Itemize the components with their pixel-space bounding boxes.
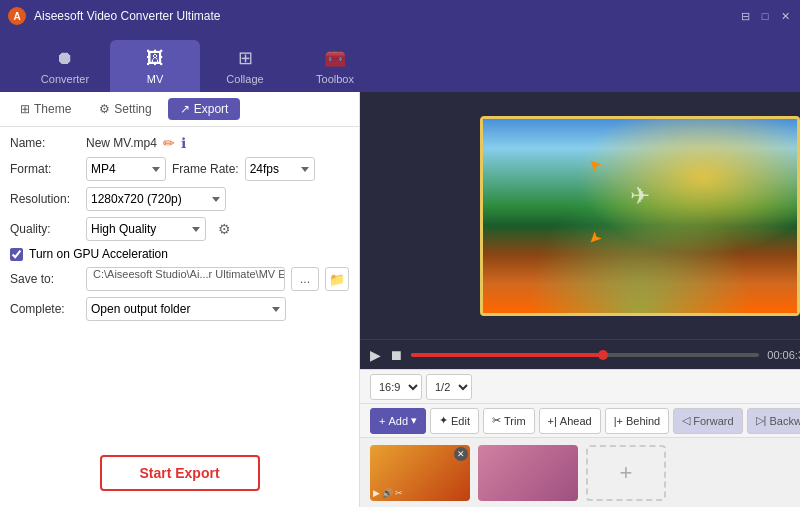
filmstrip-add-button[interactable]: + [586, 445, 666, 501]
name-row: Name: New MV.mp4 ✏ ℹ [10, 135, 349, 151]
backward-button[interactable]: ▷| Backward [747, 408, 800, 434]
folder-button[interactable]: 📁 [325, 267, 349, 291]
progress-fill [411, 353, 603, 357]
gpu-label: Turn on GPU Acceleration [29, 247, 168, 261]
ahead-button[interactable]: +| Ahead [539, 408, 601, 434]
edit-icon[interactable]: ✏ [163, 135, 175, 151]
trim-button[interactable]: ✂ Trim [483, 408, 535, 434]
subtab-setting-label: Setting [114, 102, 151, 116]
maximize-button[interactable]: □ [758, 9, 772, 23]
gpu-checkbox[interactable] [10, 248, 23, 261]
quality-select[interactable]: High Quality [86, 217, 206, 241]
audio-icon: 🔊 [382, 488, 393, 498]
backward-icon: ▷| [756, 414, 767, 427]
filmstrip-thumb-1[interactable]: ✕ ▶ 🔊 ✂ [370, 445, 470, 501]
right-panel: ➤ ➤ ➤ ➤ ▶ ⏹ 00:06:33.02/00:07:25.04 🔊 16… [360, 92, 800, 507]
edit-icon: ✦ [439, 414, 448, 427]
res-select[interactable]: 1/2 [426, 374, 472, 400]
save-row: Save to: C:\Aiseesoft Studio\Ai...r Ulti… [10, 267, 349, 291]
nav-tab-collage[interactable]: ⊞ Collage [200, 40, 290, 92]
resolution-select[interactable]: 1280x720 (720p) [86, 187, 226, 211]
ahead-icon: +| [548, 415, 557, 427]
converter-icon: ⏺ [56, 48, 74, 69]
preview-area: ➤ ➤ ➤ ➤ [360, 92, 800, 339]
window-controls: ⊟ □ ✕ [738, 9, 792, 23]
add-icon: + [379, 415, 385, 427]
play-button[interactable]: ▶ [370, 347, 381, 363]
collage-icon: ⊞ [238, 47, 253, 69]
progress-bar[interactable] [411, 353, 759, 357]
subtab-setting[interactable]: ⚙ Setting [87, 98, 163, 120]
format-label: Format: [10, 162, 80, 176]
trim-icon: ✂ [492, 414, 501, 427]
minimize-button[interactable]: ⊟ [738, 9, 752, 23]
behind-icon: |+ [614, 415, 623, 427]
theme-grid-icon: ⊞ [20, 102, 30, 116]
nav-bar: ⏺ Converter 🖼 MV ⊞ Collage 🧰 Toolbox [0, 32, 800, 92]
save-label: Save to: [10, 272, 80, 286]
stop-button[interactable]: ⏹ [389, 347, 403, 363]
format-row: Format: MP4 Frame Rate: 24fps [10, 157, 349, 181]
toolbox-icon: 🧰 [324, 47, 346, 69]
left-panel: ⊞ Theme ⚙ Setting ↗ Export Name: New MV.… [0, 92, 360, 507]
time-display: 00:06:33.02/00:07:25.04 [767, 349, 800, 361]
cut-icon: ✂ [395, 488, 403, 498]
more-button[interactable]: ... [291, 267, 319, 291]
quality-label: Quality: [10, 222, 80, 236]
start-export-section: Start Export [0, 439, 359, 507]
forward-button[interactable]: ◁ Forward [673, 408, 742, 434]
complete-row: Complete: Open output folder [10, 297, 349, 321]
filmstrip-icons-1: ▶ 🔊 ✂ [373, 488, 403, 498]
format-select[interactable]: MP4 [86, 157, 166, 181]
name-value: New MV.mp4 [86, 136, 157, 150]
filmstrip: ✕ ▶ 🔊 ✂ + 1 / 2 [360, 437, 800, 507]
sub-tabs: ⊞ Theme ⚙ Setting ↗ Export [0, 92, 359, 127]
nav-tab-converter-label: Converter [41, 73, 89, 85]
complete-label: Complete: [10, 302, 80, 316]
titlebar: A Aiseesoft Video Converter Ultimate ⊟ □… [0, 0, 800, 32]
start-export-main-button[interactable]: Start Export [100, 455, 260, 491]
close-button[interactable]: ✕ [778, 9, 792, 23]
name-label: Name: [10, 136, 80, 150]
gpu-row: Turn on GPU Acceleration [10, 247, 349, 261]
app-title: Aiseesoft Video Converter Ultimate [34, 9, 738, 23]
progress-dot [598, 350, 608, 360]
ratio-select[interactable]: 16:9 [370, 374, 422, 400]
subtab-theme-label: Theme [34, 102, 71, 116]
edit-button[interactable]: ✦ Edit [430, 408, 479, 434]
player-controls: ▶ ⏹ 00:06:33.02/00:07:25.04 🔊 [360, 339, 800, 369]
framerate-label: Frame Rate: [172, 162, 239, 176]
nav-tab-collage-label: Collage [226, 73, 263, 85]
preview-image [480, 116, 800, 316]
resolution-label: Resolution: [10, 192, 80, 206]
framerate-select[interactable]: 24fps [245, 157, 315, 181]
add-button[interactable]: + Add ▾ [370, 408, 426, 434]
form-area: Name: New MV.mp4 ✏ ℹ Format: MP4 Frame R… [0, 127, 359, 439]
forward-icon: ◁ [682, 414, 690, 427]
clip-toolbar: + Add ▾ ✦ Edit ✂ Trim +| Ahead |+ Behind… [360, 403, 800, 437]
nav-tab-toolbox-label: Toolbox [316, 73, 354, 85]
subtab-theme[interactable]: ⊞ Theme [8, 98, 83, 120]
filmstrip-thumb-2[interactable] [478, 445, 578, 501]
info-icon[interactable]: ℹ [181, 135, 186, 151]
mv-icon: 🖼 [146, 48, 164, 69]
subtab-export[interactable]: ↗ Export [168, 98, 241, 120]
play-small-icon: ▶ [373, 488, 380, 498]
filmstrip-close-1[interactable]: ✕ [454, 447, 468, 461]
nav-tab-converter[interactable]: ⏺ Converter [20, 40, 110, 92]
export-arrow-icon: ↗ [180, 102, 190, 116]
main-content: ⊞ Theme ⚙ Setting ↗ Export Name: New MV.… [0, 92, 800, 507]
nav-tab-toolbox[interactable]: 🧰 Toolbox [290, 40, 380, 92]
nav-tab-mv[interactable]: 🖼 MV [110, 40, 200, 92]
add-dropdown-icon: ▾ [411, 414, 417, 427]
setting-gear-icon: ⚙ [99, 102, 110, 116]
save-path: C:\Aiseesoft Studio\Ai...r Ultimate\MV E… [86, 267, 285, 291]
behind-button[interactable]: |+ Behind [605, 408, 670, 434]
app-logo: A [8, 7, 26, 25]
quality-row: Quality: High Quality ⚙ [10, 217, 349, 241]
quality-gear-icon[interactable]: ⚙ [218, 221, 231, 237]
subtab-export-label: Export [194, 102, 229, 116]
resolution-row: Resolution: 1280x720 (720p) [10, 187, 349, 211]
complete-select[interactable]: Open output folder [86, 297, 286, 321]
bottom-toolbar: 16:9 1/2 Start Export [360, 369, 800, 403]
